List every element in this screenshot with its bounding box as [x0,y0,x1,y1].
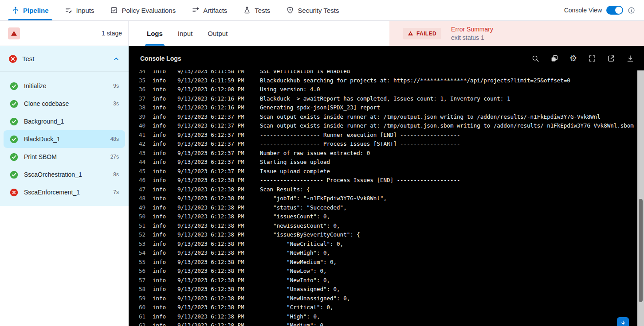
x-circle-icon [8,54,17,63]
log-line-number: 55 [133,258,145,267]
chevron-up-icon[interactable] [113,55,120,62]
log-level: info [153,221,170,231]
pipeline-execution-page: PipelineInputsPolicy EvaluationsArtifact… [0,0,644,326]
log-message: Scan Results: { [260,185,310,194]
check-circle-icon [10,117,18,126]
stage-count: 1 stage [102,30,122,37]
console-scrollbar[interactable] [637,70,644,326]
log-level: info [153,303,170,312]
log-tabs: LogsInputOutput [129,21,389,46]
step-print-sbom[interactable]: Print SBOM27s [4,148,125,166]
stage-name: Test [22,55,35,62]
log-timestamp: 9/13/2023 6:12:37 PM [177,140,260,149]
log-line: 35info9/13/2023 6:11:59 PMBlackduckhub s… [129,76,644,85]
fullscreen-icon[interactable] [588,54,596,62]
log-line-number: 45 [133,167,145,176]
download-icon[interactable] [626,54,634,62]
step-name: BlackDuck_1 [24,136,60,143]
log-line: 44info9/13/2023 6:12:37 PMStarting issue… [129,158,644,167]
toggle-knob [615,7,622,14]
step-duration: 9s [113,83,119,89]
log-line-number: 37 [133,94,145,104]
log-line-number: 57 [133,276,145,285]
log-level: info [153,76,170,85]
tab-pipeline[interactable]: Pipeline [12,0,49,20]
log-line: 54info9/13/2023 6:12:38 PM "NewHigh": 0, [129,248,644,258]
log-timestamp: 9/13/2023 6:12:37 PM [177,158,260,167]
console-logs-panel: Console Logs ⚙ 34info9/13/2023 6:11:58 P… [129,46,644,326]
tab-tests[interactable]: Tests [243,0,270,20]
step-blackduck-1[interactable]: BlackDuck_148s [4,130,125,148]
log-line: 34info9/13/2023 6:11:58 PMSSL verificati… [129,70,644,76]
log-message: "status": "Succeeded", [260,203,347,213]
tab-artifacts[interactable]: Artifacts [192,0,227,20]
check-circle-icon [10,153,18,161]
log-line-number: 48 [133,194,145,203]
log-line: 55info9/13/2023 6:12:38 PM "NewMedium": … [129,258,644,267]
log-timestamp: 9/13/2023 6:12:37 PM [177,121,260,131]
log-line: 41info9/13/2023 6:12:37 PM--------------… [129,131,644,140]
security-tests-icon [286,6,294,14]
console-toolbar: ⚙ [531,54,634,62]
log-timestamp: 9/13/2023 6:12:38 PM [177,203,260,213]
tab-policy-evaluations[interactable]: Policy Evaluations [110,0,176,20]
log-lines: 34info9/13/2023 6:11:58 PMSSL verificati… [129,70,644,326]
log-message: "issuesCount": 0, [260,212,330,221]
tab-label: Tests [255,7,270,14]
log-line: 52info9/13/2023 6:12:38 PM "issuesBySeve… [129,230,644,240]
check-circle-icon [10,100,18,108]
tests-icon [243,6,251,14]
step-sscaorchestration-1[interactable]: SscaOrchestration_18s [4,166,125,183]
settings-icon[interactable]: ⚙ [569,54,577,62]
arrow-down-icon [620,320,626,326]
log-message: ------------------- Process Issues [END]… [260,176,460,185]
tab-inputs[interactable]: Inputs [65,0,94,20]
log-message: "jobId": "-n1FkEpdiw3Y7G-Vvk8Wnl", [260,194,387,203]
step-clone-codebase[interactable]: Clone codebase3s [4,95,125,113]
log-line: 42info9/13/2023 6:12:37 PM--------------… [129,140,644,149]
policy-evaluations-icon [110,6,118,14]
log-line-number: 54 [133,248,145,258]
log-timestamp: 9/13/2023 6:12:38 PM [177,294,260,303]
log-timestamp: 9/13/2023 6:12:38 PM [177,240,260,249]
log-level: info [153,185,170,194]
step-initialize[interactable]: Initialize9s [4,77,125,95]
log-timestamp: 9/13/2023 6:12:38 PM [177,248,260,258]
log-line-number: 42 [133,140,145,149]
info-icon[interactable] [628,7,635,14]
log-line: 59info9/13/2023 6:12:38 PM "NewUnassigne… [129,294,644,303]
tab-label: Inputs [76,7,94,14]
check-circle-icon [10,171,18,179]
log-line-number: 46 [133,176,145,185]
log-line-number: 41 [133,131,145,140]
tab-security-tests[interactable]: Security Tests [286,0,339,20]
step-background-1[interactable]: Background_1 [4,113,125,130]
log-tab-logs[interactable]: Logs [147,21,163,46]
log-timestamp: 9/13/2023 6:12:37 PM [177,167,260,176]
log-level: info [153,248,170,258]
scroll-to-bottom-button[interactable] [617,317,629,326]
open-in-new-icon[interactable] [607,54,615,62]
console-view-toggle[interactable] [606,6,623,15]
search-icon[interactable] [531,54,539,62]
log-line-number: 60 [133,303,145,312]
copy-icon[interactable] [550,54,558,62]
log-tab-output[interactable]: Output [208,21,228,46]
log-line: 53info9/13/2023 6:12:38 PM "NewCritical"… [129,240,644,249]
log-level: info [153,131,170,140]
log-message: Generating spdx-json[SPDX_23] report [260,103,380,113]
log-timestamp: 9/13/2023 6:12:38 PM [177,276,260,285]
log-level: info [153,258,170,267]
stage-header[interactable]: Test [0,46,129,72]
step-sscaenforcement-1[interactable]: SscaEnforcement_17s [4,183,125,201]
log-line-number: 39 [133,113,145,122]
log-line-number: 44 [133,158,145,167]
log-message: "Critical": 0, [260,303,334,312]
console-scrollbar-thumb[interactable] [639,199,643,302]
log-tab-input[interactable]: Input [178,21,192,46]
log-line: 60info9/13/2023 6:12:38 PM "Critical": 0… [129,303,644,312]
step-name: Background_1 [24,118,64,125]
log-line-number: 51 [133,221,145,231]
log-line-number: 53 [133,240,145,249]
log-line: 48info9/13/2023 6:12:38 PM "jobId": "-n1… [129,194,644,203]
